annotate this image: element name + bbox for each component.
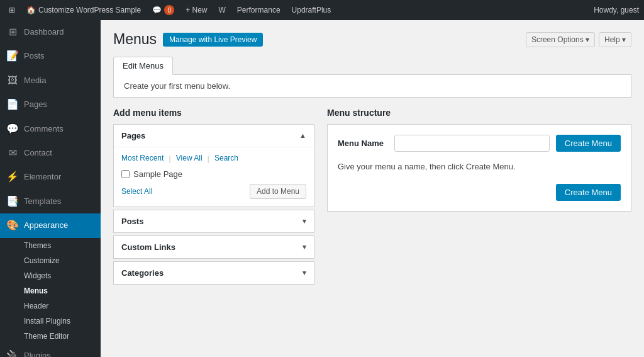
wp-logo-icon: ⊞ — [9, 6, 15, 14]
elementor-icon: ⚡ — [6, 170, 19, 184]
sidebar-item-templates[interactable]: 📑 Templates — [0, 190, 101, 213]
sidebar-item-posts[interactable]: 📝 Posts — [0, 44, 101, 68]
page-header: Menus Manage with Live Preview Screen Op… — [113, 30, 631, 49]
sidebar-sub-theme-editor[interactable]: Theme Editor — [24, 329, 101, 344]
accordion-pages-header[interactable]: Pages ▲ — [114, 125, 314, 147]
admin-bar-comments[interactable]: 💬 0 — [148, 0, 178, 20]
posts-icon: 📝 — [6, 49, 19, 63]
sidebar-item-label: Appearance — [24, 220, 68, 231]
sidebar-sub-menus[interactable]: Menus — [24, 283, 101, 298]
chevron-down-icon-3: ▾ — [303, 269, 306, 277]
wp-icon: W — [219, 6, 226, 14]
help-button[interactable]: Help ▾ — [599, 32, 631, 47]
sidebar-item-appearance[interactable]: 🎨 Appearance — [0, 213, 101, 237]
accordion-pages: Pages ▲ Most Recent | View All | Search — [113, 124, 314, 207]
comments-badge: 0 — [164, 5, 174, 15]
sidebar-sub-install-plugins[interactable]: Install Plugins — [24, 314, 101, 329]
accordion-custom-links-label: Custom Links — [121, 242, 175, 252]
sidebar-sub-widgets[interactable]: Widgets — [24, 268, 101, 283]
menu-structure-title: Menu structure — [327, 108, 631, 118]
accordion-custom-links-header[interactable]: Custom Links ▾ — [114, 236, 314, 258]
howdy-label: Howdy, guest — [594, 6, 639, 14]
admin-bar-wp-logo[interactable]: W — [215, 0, 230, 20]
sidebar-item-label: Pages — [24, 99, 47, 110]
admin-bar-right: Howdy, guest — [594, 6, 639, 14]
menu-structure-panel: Menu structure Menu Name Create Menu Giv… — [327, 108, 631, 287]
pages-icon: 📄 — [6, 98, 19, 111]
view-all-link[interactable]: View All — [176, 154, 203, 163]
accordion-pages-label: Pages — [121, 131, 145, 140]
accordion-posts: Posts ▾ — [113, 210, 314, 233]
accordion-posts-header[interactable]: Posts ▾ — [114, 210, 314, 232]
sidebar-item-label: Contact — [24, 147, 52, 159]
add-to-menu-button[interactable]: Add to Menu — [250, 184, 306, 199]
sidebar-item-label: Elementor — [24, 171, 61, 183]
live-preview-button[interactable]: Manage with Live Preview — [163, 33, 263, 47]
accordion-pages-footer: Select All Add to Menu — [121, 184, 306, 199]
sidebar-item-label: Dashboard — [24, 26, 64, 38]
admin-bar-site[interactable]: 🏠 Customize WordPress Sample — [23, 0, 145, 20]
main-content: Menus Manage with Live Preview Screen Op… — [101, 20, 644, 357]
sidebar-item-label: Comments — [24, 123, 64, 135]
sidebar-sub-themes[interactable]: Themes — [24, 238, 101, 253]
admin-bar-new[interactable]: + New — [182, 0, 211, 20]
menu-structure-box: Menu Name Create Menu Give your menu a n… — [327, 124, 631, 212]
admin-bar-site-name: Customize WordPress Sample — [38, 6, 141, 14]
sidebar-item-label: Templates — [24, 196, 61, 207]
create-menu-button-bottom[interactable]: Create Menu — [556, 184, 621, 201]
sidebar-item-elementor[interactable]: ⚡ Elementor — [0, 165, 101, 189]
sample-page-label: Sample Page — [133, 169, 182, 179]
sidebar-item-contact[interactable]: ✉ Contact — [0, 141, 101, 165]
info-message: Create your first menu below. — [113, 74, 631, 98]
admin-bar-updraftplus[interactable]: UpdraftPlus — [288, 0, 335, 20]
sidebar: ⊞ Dashboard 📝 Posts 🖼 Media 📄 Pages 💬 Co… — [0, 20, 101, 357]
comments-sidebar-icon: 💬 — [6, 122, 19, 136]
admin-bar-wp-icon[interactable]: ⊞ — [5, 0, 19, 20]
dashboard-icon: ⊞ — [6, 25, 19, 39]
accordion-pages-links: Most Recent | View All | Search — [121, 154, 306, 163]
plugins-icon: 🔌 — [6, 349, 19, 357]
admin-bar: ⊞ 🏠 Customize WordPress Sample 💬 0 + New… — [0, 0, 644, 20]
new-label: + New — [186, 6, 207, 14]
accordion-categories: Categories ▾ — [113, 261, 314, 285]
tab-edit-menus[interactable]: Edit Menus — [113, 57, 173, 75]
header-right: Screen Options ▾ Help ▾ — [526, 32, 631, 47]
search-link[interactable]: Search — [214, 154, 238, 163]
templates-icon: 📑 — [6, 195, 19, 208]
sidebar-sub-header[interactable]: Header — [24, 298, 101, 314]
menu-name-label: Menu Name — [338, 139, 388, 148]
admin-bar-performance[interactable]: Performance — [233, 0, 284, 20]
accordion-posts-label: Posts — [121, 217, 143, 226]
add-menu-items-panel: Add menu items Pages ▲ Most Recent | Vie… — [113, 108, 314, 287]
accordion-custom-links: Custom Links ▾ — [113, 235, 314, 259]
sidebar-item-label: Media — [24, 75, 46, 86]
tab-bar: Edit Menus — [113, 57, 631, 74]
layout: ⊞ Dashboard 📝 Posts 🖼 Media 📄 Pages 💬 Co… — [0, 0, 644, 357]
sidebar-item-dashboard[interactable]: ⊞ Dashboard — [0, 20, 101, 44]
create-menu-button-top[interactable]: Create Menu — [556, 135, 621, 152]
accordion-pages-body: Most Recent | View All | Search Sample P… — [114, 147, 314, 207]
chevron-down-icon-2: ▾ — [303, 243, 306, 251]
menu-instruction: Give your menu a name, then click Create… — [338, 162, 621, 171]
menu-name-row: Menu Name Create Menu — [338, 135, 621, 152]
sidebar-appearance-submenu: Themes Customize Widgets Menus Header In… — [0, 238, 101, 344]
sidebar-item-pages[interactable]: 📄 Pages — [0, 93, 101, 116]
most-recent-link[interactable]: Most Recent — [121, 154, 164, 163]
media-icon: 🖼 — [6, 74, 19, 88]
screen-options-button[interactable]: Screen Options ▾ — [526, 32, 595, 47]
sidebar-item-label: Posts — [24, 50, 45, 62]
accordion-categories-header[interactable]: Categories ▾ — [114, 262, 314, 284]
comments-icon: 💬 — [152, 6, 162, 14]
sidebar-sub-customize[interactable]: Customize — [24, 253, 101, 268]
appearance-icon: 🎨 — [6, 218, 19, 232]
performance-label: Performance — [237, 6, 280, 14]
menu-structure-footer: Create Menu — [338, 184, 621, 201]
sidebar-item-plugins[interactable]: 🔌 Plugins — [0, 344, 101, 357]
checkbox-sample-page: Sample Page — [121, 169, 306, 179]
contact-icon: ✉ — [6, 146, 19, 160]
select-all-link[interactable]: Select All — [121, 187, 152, 196]
sidebar-item-media[interactable]: 🖼 Media — [0, 69, 101, 93]
sample-page-checkbox[interactable] — [121, 170, 130, 178]
sidebar-item-comments[interactable]: 💬 Comments — [0, 117, 101, 141]
menu-name-input[interactable] — [394, 135, 550, 152]
